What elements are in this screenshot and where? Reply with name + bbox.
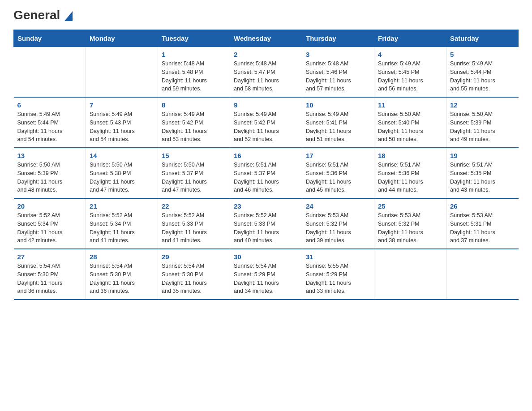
day-info: Sunrise: 5:53 AM Sunset: 5:31 PM Dayligh… [450, 211, 515, 245]
day-number: 7 [90, 101, 154, 109]
day-number: 29 [162, 253, 226, 261]
day-info: Sunrise: 5:51 AM Sunset: 5:37 PM Dayligh… [234, 161, 298, 194]
calendar-cell: 13Sunrise: 5:50 AM Sunset: 5:39 PM Dayli… [14, 148, 86, 198]
day-number: 24 [306, 202, 370, 210]
week-row-3: 13Sunrise: 5:50 AM Sunset: 5:39 PM Dayli… [14, 148, 519, 198]
day-info: Sunrise: 5:53 AM Sunset: 5:32 PM Dayligh… [378, 211, 442, 245]
header-monday: Monday [86, 30, 158, 47]
day-number: 4 [378, 51, 442, 58]
day-info: Sunrise: 5:52 AM Sunset: 5:34 PM Dayligh… [17, 211, 82, 245]
calendar-cell [86, 47, 158, 98]
day-info: Sunrise: 5:50 AM Sunset: 5:39 PM Dayligh… [17, 161, 82, 194]
day-number: 31 [306, 253, 370, 261]
calendar-cell: 18Sunrise: 5:51 AM Sunset: 5:36 PM Dayli… [374, 148, 446, 198]
day-number: 3 [306, 51, 370, 58]
calendar-cell [374, 249, 446, 300]
logo-line1: General [13, 9, 73, 21]
calendar-cell: 8Sunrise: 5:49 AM Sunset: 5:42 PM Daylig… [158, 97, 230, 148]
calendar-cell: 17Sunrise: 5:51 AM Sunset: 5:36 PM Dayli… [302, 148, 374, 198]
calendar-cell: 30Sunrise: 5:54 AM Sunset: 5:29 PM Dayli… [230, 249, 302, 300]
calendar-cell: 28Sunrise: 5:54 AM Sunset: 5:30 PM Dayli… [86, 249, 158, 300]
calendar-cell: 7Sunrise: 5:49 AM Sunset: 5:43 PM Daylig… [86, 97, 158, 148]
header-thursday: Thursday [302, 30, 374, 47]
calendar-cell: 2Sunrise: 5:48 AM Sunset: 5:47 PM Daylig… [230, 47, 302, 98]
day-info: Sunrise: 5:51 AM Sunset: 5:35 PM Dayligh… [450, 161, 515, 194]
day-number: 8 [162, 101, 226, 109]
calendar-cell: 3Sunrise: 5:48 AM Sunset: 5:46 PM Daylig… [302, 47, 374, 98]
day-number: 25 [378, 202, 442, 210]
day-info: Sunrise: 5:54 AM Sunset: 5:30 PM Dayligh… [162, 262, 226, 295]
calendar-cell: 1Sunrise: 5:48 AM Sunset: 5:48 PM Daylig… [158, 47, 230, 98]
calendar-cell: 22Sunrise: 5:52 AM Sunset: 5:33 PM Dayli… [158, 198, 230, 249]
day-info: Sunrise: 5:50 AM Sunset: 5:39 PM Dayligh… [450, 110, 515, 144]
svg-marker-0 [64, 11, 73, 21]
week-row-5: 27Sunrise: 5:54 AM Sunset: 5:30 PM Dayli… [14, 249, 519, 300]
day-info: Sunrise: 5:49 AM Sunset: 5:42 PM Dayligh… [162, 110, 226, 144]
day-number: 19 [450, 152, 515, 159]
day-number: 17 [306, 152, 370, 159]
day-info: Sunrise: 5:49 AM Sunset: 5:42 PM Dayligh… [234, 110, 298, 144]
day-number: 1 [162, 51, 226, 58]
calendar-cell [446, 249, 519, 300]
day-info: Sunrise: 5:54 AM Sunset: 5:30 PM Dayligh… [17, 262, 82, 295]
day-number: 5 [450, 51, 515, 58]
day-number: 15 [162, 152, 226, 159]
day-info: Sunrise: 5:49 AM Sunset: 5:45 PM Dayligh… [378, 60, 442, 93]
calendar-cell: 24Sunrise: 5:53 AM Sunset: 5:32 PM Dayli… [302, 198, 374, 249]
header-row: SundayMondayTuesdayWednesdayThursdayFrid… [14, 30, 519, 47]
day-info: Sunrise: 5:52 AM Sunset: 5:34 PM Dayligh… [90, 211, 154, 245]
calendar-cell: 15Sunrise: 5:50 AM Sunset: 5:37 PM Dayli… [158, 148, 230, 198]
day-info: Sunrise: 5:49 AM Sunset: 5:44 PM Dayligh… [17, 110, 82, 144]
day-number: 9 [234, 101, 298, 109]
day-info: Sunrise: 5:51 AM Sunset: 5:36 PM Dayligh… [378, 161, 442, 194]
header-wednesday: Wednesday [230, 30, 302, 47]
day-number: 16 [234, 152, 298, 159]
day-number: 28 [90, 253, 154, 261]
calendar-header: SundayMondayTuesdayWednesdayThursdayFrid… [14, 30, 519, 47]
day-info: Sunrise: 5:50 AM Sunset: 5:37 PM Dayligh… [162, 161, 226, 194]
calendar-cell [14, 47, 86, 98]
day-info: Sunrise: 5:53 AM Sunset: 5:32 PM Dayligh… [306, 211, 370, 245]
calendar-cell: 9Sunrise: 5:49 AM Sunset: 5:42 PM Daylig… [230, 97, 302, 148]
day-info: Sunrise: 5:54 AM Sunset: 5:30 PM Dayligh… [90, 262, 154, 295]
calendar-cell: 27Sunrise: 5:54 AM Sunset: 5:30 PM Dayli… [14, 249, 86, 300]
day-info: Sunrise: 5:48 AM Sunset: 5:48 PM Dayligh… [162, 60, 226, 93]
day-info: Sunrise: 5:51 AM Sunset: 5:36 PM Dayligh… [306, 161, 370, 194]
calendar-cell: 20Sunrise: 5:52 AM Sunset: 5:34 PM Dayli… [14, 198, 86, 249]
day-info: Sunrise: 5:50 AM Sunset: 5:40 PM Dayligh… [378, 110, 442, 144]
logo-general-text: General [13, 9, 73, 21]
day-number: 6 [17, 101, 82, 109]
calendar-cell: 12Sunrise: 5:50 AM Sunset: 5:39 PM Dayli… [446, 97, 519, 148]
day-info: Sunrise: 5:54 AM Sunset: 5:29 PM Dayligh… [234, 262, 298, 295]
calendar-cell: 6Sunrise: 5:49 AM Sunset: 5:44 PM Daylig… [14, 97, 86, 148]
day-info: Sunrise: 5:52 AM Sunset: 5:33 PM Dayligh… [234, 211, 298, 245]
calendar-cell: 4Sunrise: 5:49 AM Sunset: 5:45 PM Daylig… [374, 47, 446, 98]
day-number: 12 [450, 101, 515, 109]
header-friday: Friday [374, 30, 446, 47]
day-info: Sunrise: 5:52 AM Sunset: 5:33 PM Dayligh… [162, 211, 226, 245]
day-number: 27 [17, 253, 82, 261]
calendar-cell: 23Sunrise: 5:52 AM Sunset: 5:33 PM Dayli… [230, 198, 302, 249]
day-number: 14 [90, 152, 154, 159]
calendar-cell: 16Sunrise: 5:51 AM Sunset: 5:37 PM Dayli… [230, 148, 302, 198]
day-number: 10 [306, 101, 370, 109]
logo-wrapper: General [13, 9, 73, 21]
day-number: 23 [234, 202, 298, 210]
calendar-cell: 5Sunrise: 5:49 AM Sunset: 5:44 PM Daylig… [446, 47, 519, 98]
calendar-cell: 25Sunrise: 5:53 AM Sunset: 5:32 PM Dayli… [374, 198, 446, 249]
calendar-cell: 31Sunrise: 5:55 AM Sunset: 5:29 PM Dayli… [302, 249, 374, 300]
day-number: 2 [234, 51, 298, 58]
header-sunday: Sunday [14, 30, 86, 47]
day-info: Sunrise: 5:49 AM Sunset: 5:44 PM Dayligh… [450, 60, 515, 93]
calendar-cell: 14Sunrise: 5:50 AM Sunset: 5:38 PM Dayli… [86, 148, 158, 198]
day-info: Sunrise: 5:48 AM Sunset: 5:46 PM Dayligh… [306, 60, 370, 93]
calendar-table: SundayMondayTuesdayWednesdayThursdayFrid… [13, 30, 519, 300]
day-number: 11 [378, 101, 442, 109]
page-header: General [13, 9, 519, 21]
day-number: 18 [378, 152, 442, 159]
calendar-cell: 29Sunrise: 5:54 AM Sunset: 5:30 PM Dayli… [158, 249, 230, 300]
day-number: 26 [450, 202, 515, 210]
day-info: Sunrise: 5:49 AM Sunset: 5:41 PM Dayligh… [306, 110, 370, 144]
calendar-cell: 19Sunrise: 5:51 AM Sunset: 5:35 PM Dayli… [446, 148, 519, 198]
week-row-4: 20Sunrise: 5:52 AM Sunset: 5:34 PM Dayli… [14, 198, 519, 249]
